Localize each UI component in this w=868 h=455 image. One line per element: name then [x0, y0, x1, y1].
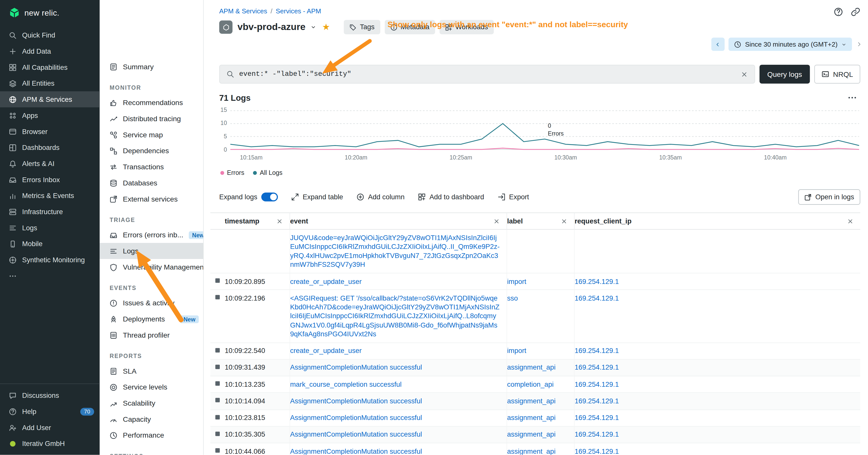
- cell-label-link[interactable]: assignment_api: [507, 363, 556, 372]
- sidebar-item-browser[interactable]: Browser: [0, 124, 99, 139]
- cell-event-link[interactable]: JUQVU&code=eyJraWQiOiJjcGltY29yZV8wOTI1M…: [290, 233, 500, 269]
- sidebar-item-all-entities[interactable]: All Entities: [0, 75, 99, 92]
- cell-event-link[interactable]: AssignmentCompletionMutation successful: [290, 414, 422, 422]
- sidebar-item-discussions[interactable]: Discussions: [0, 388, 99, 403]
- tags-button[interactable]: Tags: [344, 20, 380, 34]
- cell-label-link[interactable]: assignment_api: [507, 430, 556, 439]
- table-row[interactable]: 10:10:23.815 AssignmentCompletionMutatio…: [211, 410, 861, 426]
- cell-ip-link[interactable]: 169.254.129.1: [575, 414, 619, 422]
- sidebar-item-synthetic-monitoring[interactable]: Synthetic Monitoring: [0, 252, 99, 268]
- remove-column-icon[interactable]: [276, 218, 283, 224]
- subnav-item-capacity[interactable]: Capacity: [99, 411, 203, 427]
- subnav-item-deployments[interactable]: Deployments New: [99, 311, 203, 327]
- subnav-item-service-map[interactable]: Service map: [99, 127, 203, 143]
- subnav-item-dependencies[interactable]: Dependencies: [99, 143, 203, 159]
- open-in-logs-button[interactable]: Open in logs: [798, 189, 860, 205]
- subnav-item-databases[interactable]: Databases: [99, 175, 203, 191]
- sidebar-item-errors-inbox[interactable]: Errors Inbox: [0, 171, 99, 188]
- cell-event-link[interactable]: AssignmentCompletionMutation successful: [290, 396, 422, 405]
- subnav-item-service-levels[interactable]: Service levels: [99, 379, 203, 395]
- cell-ip-link[interactable]: 169.254.129.1: [575, 380, 619, 389]
- subnav-item-summary[interactable]: Summary: [99, 59, 203, 75]
- sidebar-item-more-options[interactable]: [0, 268, 99, 284]
- column-header-request-client-ip[interactable]: request_client_ip: [575, 213, 860, 229]
- legend-item-all-logs[interactable]: All Logs: [253, 169, 282, 176]
- subnav-item-thread-profiler[interactable]: Thread profiler: [99, 327, 203, 343]
- cell-ip-link[interactable]: 169.254.129.1: [575, 277, 619, 286]
- subnav-item-errors-errors-inb[interactable]: Errors (errors inb... New: [99, 227, 203, 243]
- cell-ip-link[interactable]: 169.254.129.1: [575, 294, 619, 303]
- subnav-item-transactions[interactable]: Transactions: [99, 159, 203, 175]
- breadcrumb-apm-services[interactable]: APM & Services: [219, 7, 267, 15]
- favorite-star-icon[interactable]: ★: [322, 23, 330, 32]
- query-text[interactable]: event:* -"label":"security": [239, 70, 736, 78]
- cell-label-link[interactable]: assignment_api: [507, 447, 556, 455]
- row-checkbox[interactable]: [215, 431, 220, 436]
- cell-label-link[interactable]: import: [507, 347, 526, 356]
- table-row[interactable]: 10:10:44.066 AssignmentCompletionMutatio…: [211, 443, 861, 455]
- row-checkbox[interactable]: [215, 398, 220, 402]
- cell-event-link[interactable]: mark_course_completion successful: [290, 380, 402, 389]
- subnav-item-scalability[interactable]: Scalability: [99, 395, 203, 411]
- row-checkbox[interactable]: [215, 348, 220, 352]
- row-checkbox[interactable]: [215, 279, 220, 283]
- row-checkbox[interactable]: [215, 295, 220, 299]
- subnav-item-recommendations[interactable]: Recommendations: [99, 95, 203, 111]
- time-forward-icon[interactable]: [856, 41, 863, 47]
- table-row[interactable]: 10:09:22.540 create_or_update_user impor…: [211, 343, 861, 359]
- table-row[interactable]: 10:10:14.094 AssignmentCompletionMutatio…: [211, 393, 861, 410]
- cell-label-link[interactable]: completion_api: [507, 380, 554, 389]
- query-logs-button[interactable]: Query logs: [760, 65, 810, 84]
- expand-logs-toggle[interactable]: [261, 193, 278, 201]
- cell-ip-link[interactable]: 169.254.129.1: [575, 447, 619, 455]
- column-header-event[interactable]: event: [290, 213, 507, 229]
- subnav-item-logs[interactable]: Logs: [99, 243, 203, 259]
- breadcrumb-services-apm[interactable]: Services - APM: [276, 7, 321, 15]
- row-checkbox[interactable]: [215, 381, 220, 386]
- subnav-item-vulnerability-management[interactable]: Vulnerability Management: [99, 259, 203, 275]
- sidebar-item-alerts-ai[interactable]: Alerts & AI: [0, 156, 99, 171]
- cell-ip-link[interactable]: 169.254.129.1: [575, 363, 619, 372]
- subnav-item-performance[interactable]: Performance: [99, 427, 203, 444]
- more-menu-icon[interactable]: [847, 93, 857, 102]
- legend-item-errors[interactable]: Errors: [220, 169, 244, 176]
- subnav-item-issues-activity[interactable]: Issues & activity: [99, 295, 203, 311]
- cell-event-link[interactable]: AssignmentCompletionMutation successful: [290, 447, 422, 455]
- cell-ip-link[interactable]: 169.254.129.1: [575, 347, 619, 356]
- table-row[interactable]: 10:10:13.235 mark_course_completion succ…: [211, 377, 861, 393]
- cell-event-link[interactable]: <ASGIRequest: GET '/sso/callback/?state=…: [290, 294, 500, 338]
- cell-label-link[interactable]: sso: [507, 294, 518, 303]
- sidebar-item-apm-services[interactable]: APM & Services: [0, 91, 99, 107]
- sidebar-item-add-data[interactable]: Add Data: [0, 43, 99, 59]
- cell-event-link[interactable]: AssignmentCompletionMutation successful: [290, 363, 422, 372]
- cell-ip-link[interactable]: 169.254.129.1: [575, 430, 619, 439]
- time-picker[interactable]: Since 30 minutes ago (GMT+2): [728, 37, 852, 51]
- remove-column-icon[interactable]: [493, 218, 500, 224]
- sidebar-item-quick-find[interactable]: Quick Find: [0, 27, 99, 43]
- sidebar-item-logs[interactable]: Logs: [0, 220, 99, 236]
- entity-switcher-chevron-icon[interactable]: [310, 25, 316, 30]
- nrql-button[interactable]: NRQL: [814, 65, 861, 84]
- export-button[interactable]: Export: [497, 193, 529, 201]
- table-row[interactable]: 10:09:20.895 create_or_update_user impor…: [211, 273, 861, 290]
- row-checkbox[interactable]: [215, 364, 220, 369]
- row-checkbox[interactable]: [215, 415, 220, 419]
- expand-table-button[interactable]: Expand table: [291, 193, 343, 201]
- logs-timeseries-chart[interactable]: 151050 0 Errors: [230, 109, 859, 150]
- cell-event-link[interactable]: AssignmentCompletionMutation successful: [290, 430, 422, 439]
- column-header-timestamp[interactable]: timestamp: [225, 213, 290, 229]
- subnav-item-sla[interactable]: SLA: [99, 363, 203, 379]
- row-checkbox[interactable]: [215, 448, 220, 453]
- sidebar-item-add-user[interactable]: Add User: [0, 420, 99, 435]
- time-back-button[interactable]: [711, 37, 724, 51]
- sidebar-item-all-capabilities[interactable]: All Capabilities: [0, 59, 99, 75]
- table-row[interactable]: 10:10:35.305 AssignmentCompletionMutatio…: [211, 426, 861, 443]
- sidebar-item-iterativ-gmbh[interactable]: Iterativ GmbH: [0, 435, 99, 452]
- cell-event-link[interactable]: create_or_update_user: [290, 277, 362, 286]
- cell-label-link[interactable]: assignment_api: [507, 396, 556, 405]
- remove-column-icon[interactable]: [847, 218, 854, 224]
- cell-ip-link[interactable]: 169.254.129.1: [575, 396, 619, 405]
- clear-query-icon[interactable]: [741, 70, 748, 78]
- log-search-input[interactable]: event:* -"label":"security": [219, 65, 755, 84]
- sidebar-item-dashboards[interactable]: Dashboards: [0, 139, 99, 156]
